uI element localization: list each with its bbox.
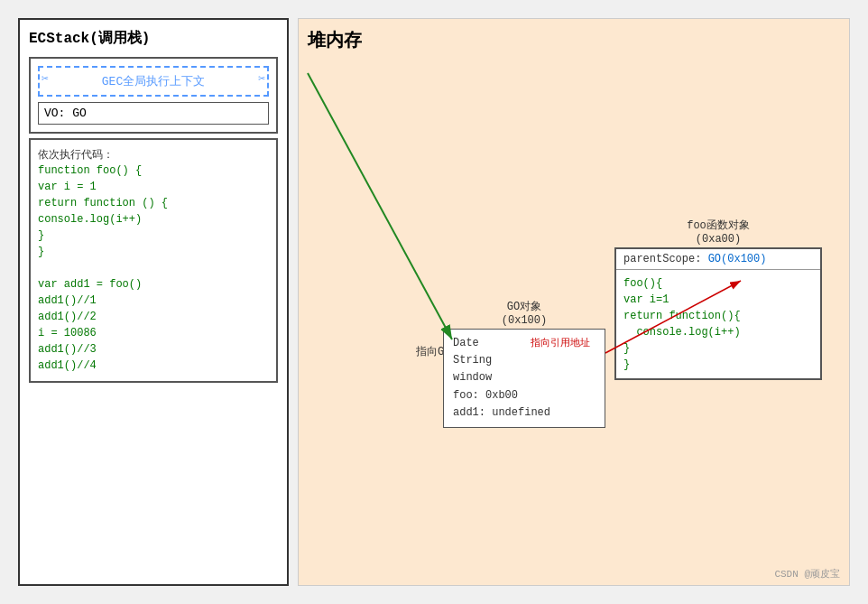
scissors-right-icon: ✂ [258,71,265,86]
go-object-box: Date 指向引用地址 String window foo: 0xb00 add… [443,329,605,428]
vo-label: VO: GO [44,107,87,120]
heap-title: 堆内存 [308,28,840,52]
scissors-left-icon: ✂ [42,71,49,86]
go-row-string: String [453,352,596,369]
gec-label: GEC全局执行上下文 [45,73,262,89]
go-object-title: GO对象 (0x100) [443,299,605,327]
ec-outer-box: ✂ GEC全局执行上下文 ✂ VO: GO [29,57,278,134]
foo-parentscope: parentScope: GO(0x100) [616,249,820,270]
gec-box: ✂ GEC全局执行上下文 ✂ [38,66,269,97]
watermark: CSDN @顽皮宝 [774,567,840,581]
go-object-container: GO对象 (0x100) Date 指向引用地址 String window f… [443,299,605,428]
go-row-window: window [453,369,596,386]
ec-stack-panel: ECStack(调用栈) ✂ GEC全局执行上下文 ✂ VO: GO 依次执行代… [18,18,289,586]
go-row-add1: add1: undefined [453,404,596,422]
heap-memory-panel: 堆内存 指向GO对象 GO对象 (0x100) Date 指向引用地址 Stri… [298,18,850,586]
foo-code: foo(){ var i=1 return function(){ consol… [616,270,820,378]
foo-object-container: foo函数对象 (0xa00) parentScope: GO(0x100) f… [614,218,822,380]
code-content: function foo() { var i = 1 return functi… [38,163,269,374]
foo-object-box: parentScope: GO(0x100) foo(){ var i=1 re… [614,247,822,380]
code-label: 依次执行代码： [38,147,269,163]
code-box: 依次执行代码： function foo() { var i = 1 retur… [29,138,278,383]
go-ref-text: GO(0x100) [708,253,767,265]
go-row-foo: foo: 0xb00 [453,387,596,404]
vo-box: VO: GO [38,102,269,125]
go-row-date: Date 指向引用地址 [453,335,596,352]
foo-object-title: foo函数对象 (0xa00) [614,218,822,246]
go-ref-label: 指向引用地址 [531,338,590,348]
ec-stack-title: ECStack(调用栈) [29,29,278,48]
